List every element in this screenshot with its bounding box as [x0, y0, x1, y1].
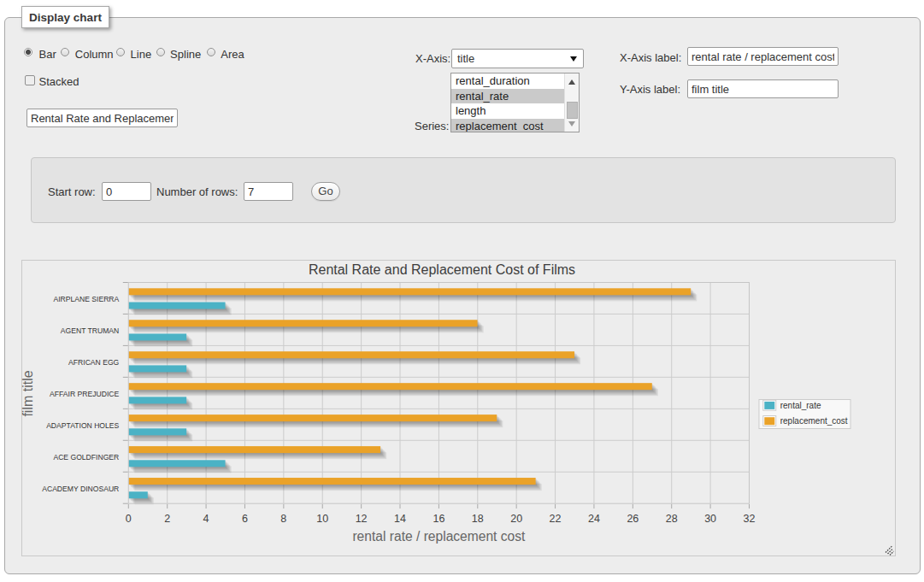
svg-text:8: 8: [280, 513, 286, 525]
svg-text:Rental Rate and Replacement Co: Rental Rate and Replacement Cost of Film…: [309, 262, 575, 277]
svg-text:22: 22: [550, 513, 562, 525]
svg-text:AFRICAN EGG: AFRICAN EGG: [68, 358, 120, 367]
svg-text:24: 24: [588, 513, 600, 525]
svg-text:32: 32: [744, 513, 756, 525]
svg-text:26: 26: [627, 513, 639, 525]
svg-text:replacement_cost: replacement_cost: [780, 416, 848, 426]
svg-text:10: 10: [316, 513, 328, 525]
svg-text:2: 2: [164, 513, 170, 525]
svg-text:14: 14: [394, 513, 406, 525]
svg-text:ACADEMY DINOSAUR: ACADEMY DINOSAUR: [42, 485, 119, 493]
svg-text:12: 12: [356, 513, 368, 525]
svg-text:16: 16: [433, 513, 444, 525]
svg-text:AGENT TRUMAN: AGENT TRUMAN: [61, 326, 119, 335]
svg-text:ACE GOLDFINGER: ACE GOLDFINGER: [53, 453, 119, 461]
svg-text:rental rate / replacement cost: rental rate / replacement cost: [352, 529, 526, 544]
svg-text:film title: film title: [21, 370, 35, 416]
svg-text:20: 20: [510, 513, 522, 525]
svg-text:30: 30: [704, 513, 716, 525]
svg-text:AFFAIR PREJUDICE: AFFAIR PREJUDICE: [50, 390, 119, 398]
svg-text:28: 28: [666, 513, 678, 525]
svg-text:4: 4: [203, 513, 209, 525]
svg-text:18: 18: [472, 513, 484, 525]
svg-text:ADAPTATION HOLES: ADAPTATION HOLES: [46, 421, 119, 430]
svg-text:6: 6: [242, 513, 248, 525]
svg-text:0: 0: [126, 513, 132, 525]
svg-text:rental_rate: rental_rate: [780, 401, 821, 410]
svg-text:AIRPLANE SIERRA: AIRPLANE SIERRA: [53, 295, 119, 303]
